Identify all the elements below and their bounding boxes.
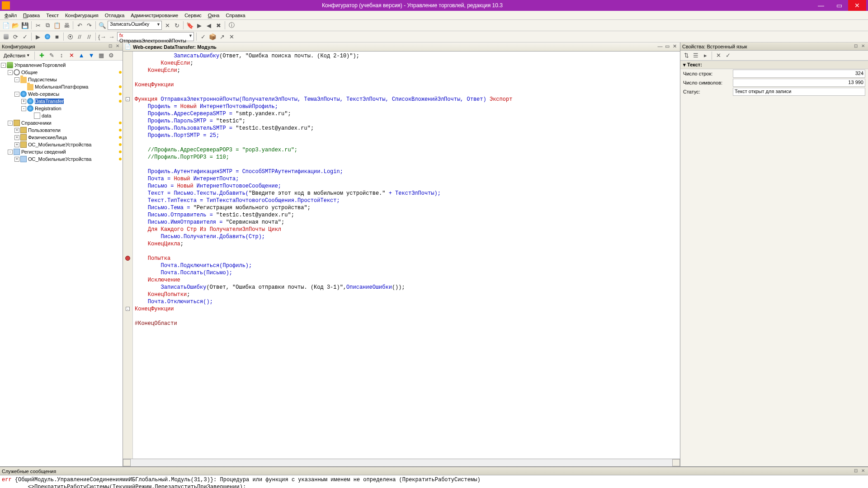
db-button[interactable]	[2, 33, 10, 41]
panel-close-button[interactable]: ✕	[114, 43, 121, 50]
props-check-button[interactable]: ✓	[724, 52, 732, 60]
procedure-combo[interactable]: ЗаписатьОшибку▼	[108, 21, 162, 30]
function-combo[interactable]: fx ОтправкаЭлектроннойПочты▼	[117, 32, 194, 41]
tree-node[interactable]: +DataTransfer	[0, 98, 123, 105]
menu-справка[interactable]: Справка	[223, 12, 248, 19]
menu-сервис[interactable]: Сервис	[182, 12, 204, 19]
menu-правка[interactable]: Правка	[20, 12, 42, 19]
export-button[interactable]: ↗	[218, 33, 226, 41]
tree-node[interactable]: data	[0, 112, 123, 119]
fold-button[interactable]: -	[126, 307, 130, 311]
tree-toggle[interactable]: +	[14, 128, 19, 133]
move-down-button[interactable]: ▼	[87, 52, 95, 60]
menu-текст[interactable]: Текст	[43, 12, 61, 19]
undo-button[interactable]: ↶	[75, 21, 84, 29]
stop-button[interactable]: ■	[53, 33, 61, 41]
property-value[interactable]: Текст открыт для записи	[733, 88, 865, 96]
globe-button[interactable]	[43, 33, 52, 41]
break-button[interactable]: ⦿	[66, 33, 74, 41]
messages-body[interactable]: err {ОбщийМодуль.УправлениеСоединениямиИ…	[0, 475, 868, 488]
tree-node[interactable]: -Общие	[0, 69, 123, 76]
bookmark-prev-button[interactable]: ◀	[205, 21, 213, 29]
tree-node[interactable]: -УправлениеТорговлей	[0, 61, 123, 69]
maximize-button[interactable]: ▭	[830, 0, 848, 11]
print-button[interactable]: 🖶	[62, 21, 71, 29]
panel-pin-button[interactable]: ⊡	[107, 43, 113, 50]
tree-toggle[interactable]: -	[14, 77, 19, 82]
close-button[interactable]: ✕	[848, 0, 866, 11]
tree-node[interactable]: -Web-сервисы	[0, 90, 123, 98]
code-editor[interactable]: -- ЗаписатьОшибку(Ответ, "Ошибка поиска …	[123, 52, 680, 459]
sort-az-button[interactable]: ⇅	[682, 52, 690, 60]
editor-maximize-button[interactable]: ▭	[664, 43, 671, 51]
tree-node[interactable]: -Registration	[0, 105, 123, 112]
editor-close-button[interactable]: ✕	[671, 43, 678, 51]
close-module-button[interactable]: ✕	[227, 33, 236, 41]
editor-minimize-button[interactable]: —	[656, 43, 664, 51]
scroll-right-icon[interactable]	[672, 459, 680, 466]
code-gutter[interactable]: --	[123, 52, 133, 459]
redo-button[interactable]: ↷	[85, 21, 93, 29]
property-value[interactable]: 13 990	[733, 79, 865, 87]
tree-toggle[interactable]: +	[14, 157, 19, 162]
menu-файл[interactable]: Файл	[2, 12, 19, 19]
props-close-button[interactable]: ✕	[860, 43, 866, 50]
tree-node[interactable]: +Пользователи	[0, 127, 123, 134]
open-button[interactable]: 📂	[11, 21, 19, 29]
start-debug-button[interactable]: ▶	[34, 33, 42, 41]
expand-button[interactable]: ▸	[701, 52, 709, 60]
menu-администрирование[interactable]: Администрирование	[128, 12, 181, 19]
bookmark-button[interactable]: 🔖	[186, 21, 194, 29]
bookmark-next-button[interactable]: ▶	[195, 21, 203, 29]
new-button[interactable]: 📄	[2, 21, 10, 29]
scroll-left-icon[interactable]	[123, 459, 131, 466]
filter-button[interactable]: ▦	[97, 52, 105, 60]
props-pin-button[interactable]: ⊡	[853, 43, 859, 50]
tree-toggle[interactable]: -	[8, 150, 13, 155]
delete-button[interactable]: ✕	[67, 52, 75, 60]
refresh-button[interactable]: ↻	[173, 21, 181, 29]
move-up-button[interactable]: ▲	[77, 52, 85, 60]
syntax-button[interactable]: ✓	[199, 33, 207, 41]
save-button[interactable]: 💾	[21, 21, 29, 29]
tree-node[interactable]: +ОС_МобильныеУстройства	[0, 155, 123, 163]
categorize-button[interactable]: ☰	[692, 52, 700, 60]
tree-settings-button[interactable]: ⚙	[107, 52, 115, 60]
breakpoint-icon[interactable]	[125, 256, 130, 261]
horizontal-scrollbar[interactable]	[123, 459, 680, 466]
props-clear-button[interactable]: ✕	[714, 52, 722, 60]
tree-node[interactable]: +ФизическиеЛица	[0, 134, 123, 141]
check-button[interactable]: ✓	[21, 33, 29, 41]
tree-node[interactable]: -Справочники	[0, 119, 123, 127]
property-section-text[interactable]: ▾ Текст:	[680, 61, 868, 69]
bookmark-clear-button[interactable]: ✖	[214, 21, 222, 29]
tree-toggle[interactable]: -	[8, 70, 13, 75]
tree-toggle[interactable]: -	[14, 92, 19, 97]
edit-button[interactable]: ✎	[47, 52, 56, 60]
messages-pin-button[interactable]: ⊡	[853, 468, 859, 474]
message-line[interactable]: <>ПрекратитьРаботуСистемы(ТекущийРежим.П…	[2, 483, 866, 488]
menu-окна[interactable]: Окна	[205, 12, 222, 19]
cut-button[interactable]: ✂	[34, 21, 42, 29]
code-area[interactable]: ЗаписатьОшибку(Ответ, "Ошибка поиска поч…	[133, 52, 680, 459]
tree-node[interactable]: +ОС_МобильныеУстройства	[0, 141, 123, 148]
tree-node[interactable]: -Регистры сведений	[0, 148, 123, 155]
configuration-tree[interactable]: -УправлениеТорговлей-Общие-ПодсистемыМоб…	[0, 61, 123, 466]
tree-node[interactable]: -Подсистемы	[0, 76, 123, 83]
minimize-button[interactable]: —	[812, 0, 830, 11]
update-button[interactable]: ⟳	[11, 33, 19, 41]
sort-button[interactable]: ↕	[57, 52, 66, 60]
message-line[interactable]: err {ОбщийМодуль.УправлениеСоединениямиИ…	[2, 476, 866, 483]
tree-toggle[interactable]: -	[8, 121, 13, 126]
add-button[interactable]: ✚	[38, 52, 46, 60]
uncomment-button[interactable]: //	[85, 33, 93, 41]
fold-button[interactable]: -	[126, 97, 130, 101]
step-button[interactable]: {→	[98, 33, 106, 41]
property-value[interactable]: 324	[733, 70, 865, 78]
tree-toggle[interactable]: +	[14, 135, 19, 140]
tree-toggle[interactable]: +	[21, 99, 26, 104]
copy-button[interactable]: ⧉	[43, 21, 52, 29]
tree-node[interactable]: МобильнаяПлатформа	[0, 83, 123, 90]
menu-конфигурация[interactable]: Конфигурация	[62, 12, 101, 19]
find-button[interactable]: 🔍	[98, 21, 106, 29]
